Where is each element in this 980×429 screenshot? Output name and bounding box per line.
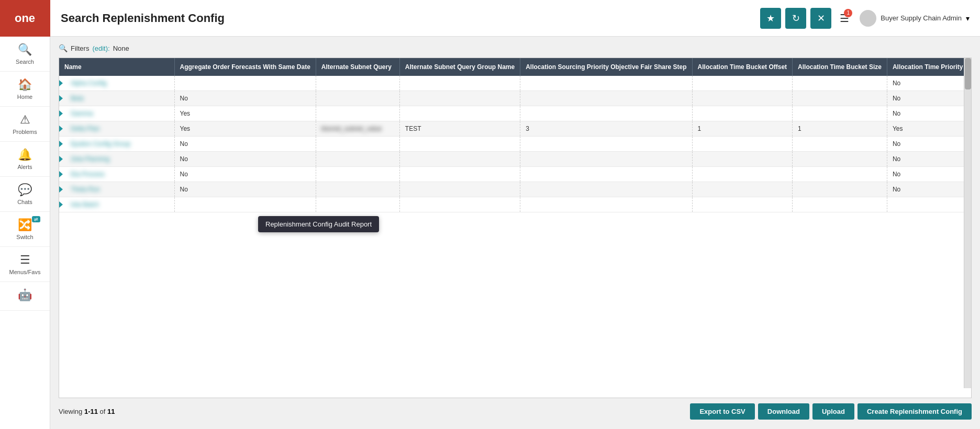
table-container[interactable]: Name Aggregate Order Forecasts With Same…	[59, 58, 972, 398]
row-cell-alloc_offset	[692, 91, 792, 106]
app-logo[interactable]: one	[0, 0, 50, 37]
avatar	[860, 10, 876, 27]
table-row: GammaYesNoYes	[59, 106, 972, 121]
create-button[interactable]: Create Replenishment Config	[858, 403, 972, 420]
viewing-of: of	[100, 408, 106, 415]
row-cell-alloc_prio: No	[887, 182, 972, 197]
menu-button[interactable]: ☰ 1	[840, 12, 849, 25]
sidebar-item-bot[interactable]: 🤖	[0, 282, 50, 311]
export-csv-button[interactable]: Export to CSV	[690, 403, 754, 420]
row-name-text: Beta	[64, 95, 84, 102]
table-row: BetaNoNoYes	[59, 91, 972, 106]
filter-search-icon: 🔍	[59, 44, 68, 52]
row-cell-alt_subnet	[316, 167, 399, 182]
col-agg: Aggregate Order Forecasts With Same Date	[174, 58, 316, 76]
row-cell-alt_subnet_group	[399, 197, 520, 212]
vertical-scrollbar[interactable]	[964, 58, 971, 388]
col-alloc-size: Allocation Time Bucket Size	[793, 58, 887, 76]
tooltip-popup: Replenishment Config Audit Report	[258, 216, 379, 232]
row-cell-alloc_size	[793, 106, 887, 121]
table-header-row: Name Aggregate Order Forecasts With Same…	[59, 58, 972, 76]
user-info: Buyer Supply Chain Admin ▾	[860, 10, 970, 27]
row-cell-agg: No	[174, 152, 316, 167]
sidebar-item-problems[interactable]: ⚠ Problems	[0, 107, 50, 142]
search-icon: 🔍	[18, 43, 32, 57]
sidebar-item-label: Problems	[13, 129, 37, 135]
row-cell-alloc_src	[520, 152, 692, 167]
viewing-info: Viewing 1-11 of 11	[59, 408, 115, 415]
row-name-cell[interactable]: Theta Run	[59, 182, 174, 197]
row-cell-alloc_offset	[692, 167, 792, 182]
header-actions: ★ ↻ ✕ ☰ 1 Buyer Supply Chain Admin ▾	[760, 8, 970, 29]
row-name-cell[interactable]: Iota Batch	[59, 197, 174, 212]
row-cell-alloc_prio: No	[887, 137, 972, 152]
chats-icon: 💬	[18, 183, 32, 197]
problems-icon: ⚠	[20, 113, 30, 127]
row-cell-alt_subnet	[316, 106, 399, 121]
row-cell-alloc_prio: Yes	[887, 121, 972, 137]
viewing-prefix: Viewing	[59, 408, 82, 415]
row-name-cell[interactable]: Epsilon Config Group	[59, 137, 174, 152]
row-indicator	[59, 141, 63, 147]
favorite-button[interactable]: ★	[760, 8, 781, 29]
filter-edit-link[interactable]: (edit):	[92, 44, 109, 52]
sidebar-item-chats[interactable]: 💬 Chats	[0, 177, 50, 212]
sidebar-item-switch[interactable]: ⇌ 🔀 Switch	[0, 212, 50, 247]
row-indicator	[59, 171, 63, 177]
row-indicator	[59, 110, 63, 117]
sidebar-item-search[interactable]: 🔍 Search	[0, 37, 50, 72]
data-table: Name Aggregate Order Forecasts With Same…	[59, 58, 972, 212]
row-cell-alt_subnet	[316, 182, 399, 197]
row-cell-agg	[174, 76, 316, 91]
table-row: Delta PlanYesblurred_subnet_valueTEST311…	[59, 121, 972, 137]
row-cell-alloc_offset	[692, 182, 792, 197]
row-cell-alloc_size	[793, 167, 887, 182]
filters-bar: 🔍 Filters (edit): None	[59, 44, 972, 52]
row-cell-alt_subnet_group	[399, 152, 520, 167]
row-cell-agg: No	[174, 137, 316, 152]
row-cell-agg: No	[174, 182, 316, 197]
user-role: Buyer Supply Chain Admin	[881, 14, 962, 22]
row-name-cell[interactable]: Delta Plan	[59, 121, 174, 137]
user-dropdown-button[interactable]: ▾	[966, 14, 970, 22]
row-name-cell[interactable]: Beta	[59, 91, 174, 106]
row-cell-alt_subnet_group	[399, 106, 520, 121]
row-name-cell[interactable]: Alpha Config	[59, 76, 174, 91]
upload-button[interactable]: Upload	[812, 403, 854, 420]
row-cell-alloc_src	[520, 76, 692, 91]
home-icon: 🏠	[18, 78, 32, 92]
row-cell-alloc_prio: No	[887, 167, 972, 182]
row-indicator	[59, 156, 63, 162]
row-cell-alloc_prio	[887, 197, 972, 212]
notification-badge: 1	[844, 9, 852, 17]
row-cell-alloc_size	[793, 182, 887, 197]
col-name: Name	[59, 58, 174, 76]
sidebar-item-alerts[interactable]: 🔔 Alerts	[0, 142, 50, 177]
sidebar: one 🔍 Search 🏠 Home ⚠ Problems 🔔 Alerts …	[0, 0, 50, 429]
sidebar-item-menus[interactable]: ☰ Menus/Favs	[0, 247, 50, 282]
row-cell-agg: No	[174, 167, 316, 182]
row-indicator	[59, 186, 63, 193]
col-alloc-offset: Allocation Time Bucket Offset	[692, 58, 792, 76]
table-row: Iota Batch	[59, 197, 972, 212]
row-name-text: Epsilon Config Group	[64, 140, 130, 148]
footer-actions: Export to CSV Download Upload Create Rep…	[690, 403, 972, 420]
row-name-cell[interactable]: Zeta Planning	[59, 152, 174, 167]
sidebar-item-home[interactable]: 🏠 Home	[0, 72, 50, 107]
sidebar-item-label: Alerts	[17, 164, 32, 170]
row-cell-alt_subnet	[316, 137, 399, 152]
row-cell-alloc_size	[793, 76, 887, 91]
row-cell-alloc_size	[793, 197, 887, 212]
refresh-button[interactable]: ↻	[785, 8, 806, 29]
row-cell-alt_subnet_group: TEST	[399, 121, 520, 137]
row-name-cell[interactable]: Eta Process	[59, 167, 174, 182]
close-button[interactable]: ✕	[810, 8, 831, 29]
switch-badge: ⇌	[32, 216, 40, 222]
row-name-text: Iota Batch	[64, 201, 99, 208]
download-button[interactable]: Download	[758, 403, 809, 420]
row-name-text: Gamma	[64, 110, 93, 117]
row-name-cell[interactable]: Gamma	[59, 106, 174, 121]
filters-value: None	[113, 44, 129, 52]
row-cell-alloc_src	[520, 91, 692, 106]
row-cell-alt_subnet	[316, 152, 399, 167]
